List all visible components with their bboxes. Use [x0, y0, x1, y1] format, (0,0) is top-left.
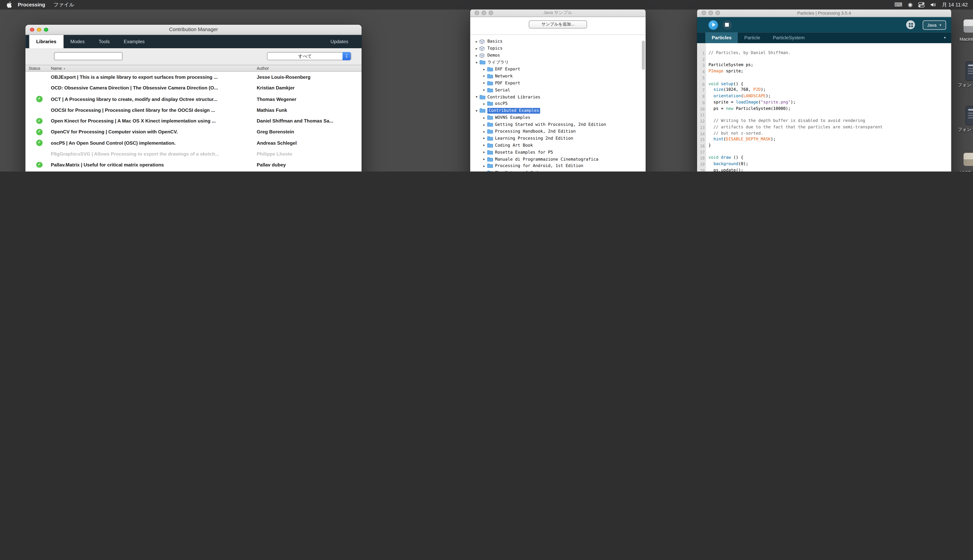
stop-button[interactable]: [722, 20, 732, 30]
disclosure-closed-icon[interactable]: ▶: [481, 75, 487, 78]
close-button[interactable]: [702, 11, 706, 15]
tree-item[interactable]: ▶Topics: [470, 45, 645, 52]
tab-particle[interactable]: Particle: [738, 32, 767, 43]
disclosure-open-icon[interactable]: ▼: [474, 109, 479, 112]
code-token: [709, 137, 714, 142]
tree-item[interactable]: ▶DXF Export: [470, 66, 645, 73]
code-token: [709, 87, 714, 92]
disclosure-closed-icon[interactable]: ▶: [481, 102, 487, 105]
tree-item[interactable]: ▶Manuale di Programmazione Cinematografi…: [470, 155, 645, 163]
status-cell: ✓: [25, 162, 51, 168]
menu-file[interactable]: ファイル: [53, 2, 74, 8]
apple-menu-icon[interactable]: [7, 2, 12, 8]
disclosure-closed-icon[interactable]: ▶: [481, 158, 487, 161]
table-row[interactable]: ✓Patchy | Patchy provides an easy-to-use…: [25, 170, 361, 172]
table-row[interactable]: ✓OpenCV for Processing | Computer vision…: [25, 127, 361, 137]
tab-modes[interactable]: Modes: [64, 35, 92, 48]
minimize-button[interactable]: [709, 11, 713, 15]
tree-item[interactable]: ▶Basics: [470, 38, 645, 45]
table-row[interactable]: OOCSI for Processing | Processing client…: [25, 105, 361, 115]
tree-item[interactable]: ▶Demos: [470, 52, 645, 59]
close-button[interactable]: [475, 11, 479, 15]
app-menu-title[interactable]: Processing: [18, 2, 45, 8]
column-name[interactable]: Name▲: [51, 66, 257, 71]
table-row[interactable]: OBJExport | This is a simple library to …: [25, 72, 361, 83]
control-center-icon[interactable]: [918, 2, 925, 8]
table-row[interactable]: ✓Open Kinect for Processing | A Mac OS X…: [25, 115, 361, 127]
tab-tools[interactable]: Tools: [92, 35, 117, 48]
disclosure-closed-icon[interactable]: ▶: [474, 54, 479, 57]
tree-item[interactable]: ▶WOVNS Examples: [470, 114, 645, 121]
minimize-button[interactable]: [37, 27, 41, 32]
disclosure-closed-icon[interactable]: ▶: [481, 165, 487, 168]
mode-dropdown[interactable]: Java▼: [923, 20, 946, 30]
tree-item[interactable]: ▶The Nature of Code: [470, 170, 645, 172]
tree-item[interactable]: ▼Contributed Examples: [470, 107, 645, 114]
disclosure-closed-icon[interactable]: ▶: [481, 137, 487, 140]
ide-title-bar[interactable]: Particles | Processing 3.5.4: [697, 9, 951, 17]
zoom-button[interactable]: [489, 11, 493, 15]
tab-menu-icon[interactable]: ▼: [941, 32, 949, 43]
tree-item[interactable]: ▼ライブラリ: [470, 59, 645, 66]
examples-title-bar[interactable]: Java サンプル: [470, 9, 645, 17]
disclosure-closed-icon[interactable]: ▶: [481, 116, 487, 119]
disclosure-closed-icon[interactable]: ▶: [481, 68, 487, 71]
cm-title-bar[interactable]: Contribution Manager: [25, 25, 361, 35]
disclosure-closed-icon[interactable]: ▶: [481, 171, 487, 172]
column-status[interactable]: Status: [25, 66, 51, 71]
editor-code[interactable]: // Particles, by Daniel Shiffman. Partic…: [706, 43, 883, 172]
close-button[interactable]: [30, 27, 34, 32]
tree-item[interactable]: ▶Getting Started with Processing, 2nd Ed…: [470, 121, 645, 128]
tab-libraries[interactable]: Libraries: [29, 35, 63, 48]
disclosure-open-icon[interactable]: ▼: [474, 95, 479, 98]
add-examples-button[interactable]: サンプルを追加...: [529, 20, 587, 28]
input-source-icon[interactable]: ⌨: [894, 2, 902, 8]
disclosure-open-icon[interactable]: ▼: [474, 61, 479, 64]
minimize-button[interactable]: [481, 11, 486, 15]
table-row[interactable]: P8gGraphicsSVG | Allows Processing to ex…: [25, 148, 361, 159]
desktop-icon-file[interactable]: フォント無効化: [954, 105, 973, 132]
zoom-button[interactable]: [44, 27, 48, 32]
code-editor[interactable]: 1234567891011121314151617181920212223242…: [697, 43, 951, 172]
disclosure-closed-icon[interactable]: ▶: [481, 150, 487, 153]
tree-item[interactable]: ▶Network: [470, 73, 645, 80]
examples-toolbar: サンプルを追加...: [470, 17, 645, 35]
tree-item[interactable]: ▶Coding Art Book: [470, 142, 645, 149]
desktop-icon-external-drive[interactable]: 16GB_Buffalo: [954, 150, 973, 172]
volume-icon[interactable]: [930, 2, 936, 8]
table-row[interactable]: ✓Pallav.Matrix | Useful for critical mat…: [25, 160, 361, 170]
tree-item[interactable]: ▶oscP5: [470, 100, 645, 107]
zoom-button[interactable]: [716, 11, 720, 15]
disclosure-closed-icon[interactable]: ▶: [474, 40, 479, 43]
disclosure-closed-icon[interactable]: ▶: [481, 130, 487, 133]
menu-clock[interactable]: 月 14 11:42: [942, 2, 968, 8]
table-row[interactable]: OCD: Obsessive Camera Direction | The Ob…: [25, 83, 361, 93]
category-dropdown[interactable]: すべて ▲▼: [267, 52, 351, 60]
column-author[interactable]: Author: [257, 66, 361, 71]
table-row[interactable]: ✓OCT | A Processing library to create, m…: [25, 94, 361, 105]
table-row[interactable]: ✓oscP5 | An Open Sound Control (OSC) imp…: [25, 137, 361, 148]
disclosure-closed-icon[interactable]: ▶: [474, 47, 479, 50]
screen-record-icon[interactable]: ◉: [908, 2, 913, 8]
desktop-icon-internal-drive[interactable]: Macintosh HD: [954, 17, 973, 42]
tree-item[interactable]: ▶Processing for Android, 1st Edition: [470, 163, 645, 170]
disclosure-closed-icon[interactable]: ▶: [481, 123, 487, 126]
disclosure-closed-icon[interactable]: ▶: [481, 88, 487, 92]
filter-input[interactable]: [54, 52, 123, 60]
tree-item[interactable]: ▶Processing Handbook, 2nd Edition: [470, 128, 645, 135]
tree-item[interactable]: ▶Rosetta Examples for P5: [470, 149, 645, 156]
debug-button[interactable]: [906, 20, 915, 29]
disclosure-closed-icon[interactable]: ▶: [481, 82, 487, 85]
tree-item[interactable]: ▼Contributed Libraries: [470, 93, 645, 100]
disclosure-closed-icon[interactable]: ▶: [481, 144, 487, 147]
desktop-icon-file[interactable]: フォント有効化: [954, 61, 973, 88]
examples-scrollbar-thumb[interactable]: [641, 41, 645, 70]
tab-particles[interactable]: Particles: [705, 32, 738, 43]
tab-examples[interactable]: Examples: [117, 35, 152, 48]
tree-item[interactable]: ▶PDF Export: [470, 80, 645, 87]
run-button[interactable]: [709, 20, 718, 30]
tab-particlesystem[interactable]: ParticleSystem: [767, 32, 811, 43]
tree-item[interactable]: ▶Serial: [470, 87, 645, 93]
tab-updates[interactable]: Updates: [323, 35, 355, 48]
tree-item[interactable]: ▶Learning Processing 2nd Edition: [470, 135, 645, 142]
